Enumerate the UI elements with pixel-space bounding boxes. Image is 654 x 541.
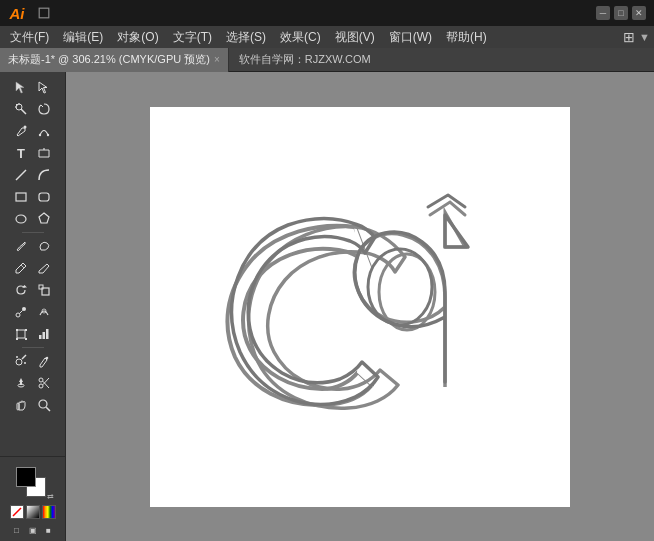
svg-line-35 [22,355,26,359]
screen-mode-full[interactable]: ■ [42,523,56,537]
screen-mode-full-menu[interactable]: ▣ [26,523,40,537]
active-tab-label: 未标题-1* @ 306.21% (CMYK/GPU 预览) [8,52,210,67]
menu-help[interactable]: 帮助(H) [440,26,493,48]
live-paint-bucket-tool[interactable] [10,372,32,394]
eraser-tool[interactable] [33,257,55,279]
svg-point-22 [16,313,20,317]
menu-window[interactable]: 窗口(W) [383,26,438,48]
svg-marker-2 [39,82,47,93]
rectangle-tool[interactable] [10,186,32,208]
svg-point-39 [18,384,24,387]
svg-rect-29 [16,338,18,340]
symbol-sprayer-tool[interactable] [10,350,32,372]
menu-file[interactable]: 文件(F) [4,26,55,48]
svg-point-36 [16,356,18,358]
direct-selection-tool[interactable] [33,76,55,98]
svg-rect-32 [43,332,46,339]
svg-point-49 [368,249,432,325]
free-transform-tool[interactable] [10,323,32,345]
rotate-tool[interactable] [10,279,32,301]
menu-view[interactable]: 视图(V) [329,26,381,48]
rounded-rect-tool[interactable] [33,186,55,208]
svg-line-46 [46,407,50,411]
scale-tool[interactable] [33,279,55,301]
svg-marker-1 [16,82,24,93]
eyedropper-tool[interactable] [33,350,55,372]
color-spectrum-swatch[interactable] [42,505,56,519]
svg-line-13 [16,170,26,180]
scissors-tool[interactable] [33,372,55,394]
svg-line-18 [21,265,24,268]
screen-mode-normal[interactable]: □ [10,523,24,537]
svg-point-16 [16,215,26,223]
svg-point-41 [39,384,43,388]
hand-tool[interactable] [10,394,32,416]
area-type-tool[interactable] [33,142,55,164]
swap-colors-icon[interactable]: ⇄ [47,492,54,501]
svg-point-45 [39,400,47,408]
canvas-area[interactable] [66,72,654,541]
workspace-icon[interactable]: ⊞ [623,29,635,45]
menu-type[interactable]: 文字(T) [167,26,218,48]
canvas-document [150,107,570,507]
svg-line-24 [19,310,22,313]
toolbar-colors: ⇄ □ ▣ ■ [0,456,65,541]
svg-rect-28 [25,329,27,331]
type-tool[interactable]: T [10,142,32,164]
title-bar-icon-1 [36,5,52,21]
title-bar: Ai ─ □ ✕ [0,0,654,26]
svg-rect-26 [17,330,25,338]
left-toolbar: T [0,72,66,541]
menu-select[interactable]: 选择(S) [220,26,272,48]
minimize-button[interactable]: ─ [596,6,610,20]
workspace-dropdown[interactable]: ▼ [639,31,650,43]
svg-line-43 [43,378,49,385]
svg-line-3 [21,109,26,114]
tab-bar: 未标题-1* @ 306.21% (CMYK/GPU 预览) × 软件自学网：R… [0,48,654,72]
menu-bar: 文件(F) 编辑(E) 对象(O) 文字(T) 选择(S) 效果(C) 视图(V… [0,26,654,48]
blend-tool[interactable] [10,301,32,323]
ai-logo: Ai [4,0,30,26]
svg-rect-27 [16,329,18,331]
lasso-tool[interactable] [33,98,55,120]
inactive-tab[interactable]: 软件自学网：RJZXW.COM [229,48,381,72]
gradient-swatch[interactable] [26,505,40,519]
close-button[interactable]: ✕ [632,6,646,20]
arc-tool[interactable] [33,164,55,186]
warp-tool[interactable] [33,301,55,323]
blob-brush-tool[interactable] [33,235,55,257]
selection-tool[interactable] [10,76,32,98]
svg-rect-15 [39,193,49,201]
line-tool[interactable] [10,164,32,186]
pen-tool[interactable] [10,120,32,142]
fill-none-indicator[interactable] [10,505,24,519]
svg-point-11 [47,134,49,136]
svg-point-37 [24,362,26,364]
active-tab[interactable]: 未标题-1* @ 306.21% (CMYK/GPU 预览) × [0,48,229,72]
menu-effect[interactable]: 效果(C) [274,26,327,48]
svg-point-40 [39,378,43,382]
svg-point-23 [22,307,26,311]
menu-object[interactable]: 对象(O) [111,26,164,48]
pencil-tool[interactable] [10,257,32,279]
ellipse-tool[interactable] [10,208,32,230]
svg-rect-31 [39,335,42,339]
main-area: T [0,72,654,541]
foreground-color-swatch[interactable] [16,467,36,487]
svg-rect-30 [25,338,27,340]
svg-point-34 [16,359,22,365]
inactive-tab-label: 软件自学网：RJZXW.COM [239,52,371,67]
column-graph-tool[interactable] [33,323,55,345]
active-tab-close[interactable]: × [214,54,220,65]
polygon-tool[interactable] [33,208,55,230]
svg-line-47 [13,508,21,516]
menu-edit[interactable]: 编辑(E) [57,26,109,48]
magic-wand-tool[interactable] [10,98,32,120]
curvature-tool[interactable] [33,120,55,142]
svg-line-8 [41,105,43,107]
paintbrush-tool[interactable] [10,235,32,257]
menu-right-area: ⊞ ▼ [623,29,650,45]
maximize-button[interactable]: □ [614,6,628,20]
zoom-tool[interactable] [33,394,55,416]
svg-marker-17 [39,213,49,223]
